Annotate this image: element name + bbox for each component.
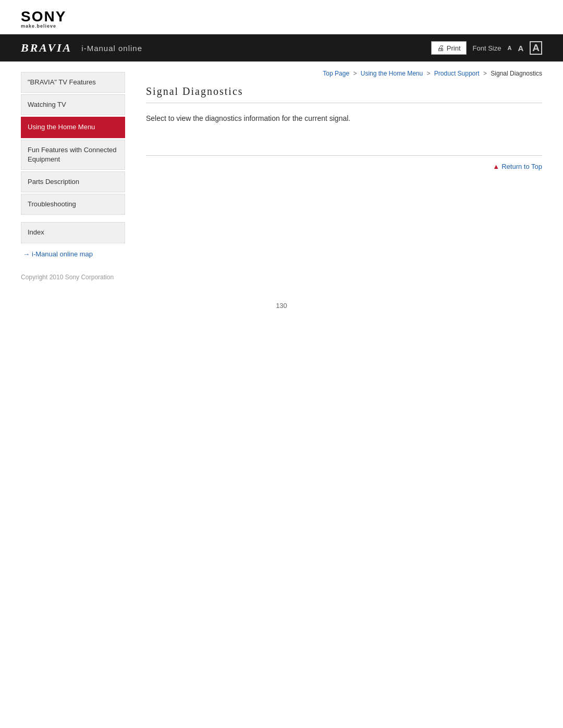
sony-tagline: make.believe [21, 24, 542, 29]
breadcrumb-product-support[interactable]: Product Support [434, 70, 480, 77]
arrow-icon: → [23, 250, 30, 258]
breadcrumb-sep2: > [427, 70, 431, 77]
sidebar-item-fun-features[interactable]: Fun Features with Connected Equipment [21, 140, 125, 170]
page-title: Signal Diagnostics [146, 85, 542, 103]
sidebar-item-parts-description[interactable]: Parts Description [21, 171, 125, 192]
page-description: Select to view the diagnostics informati… [146, 113, 542, 124]
sidebar-item-troubleshooting[interactable]: Troubleshooting [21, 194, 125, 215]
print-button[interactable]: 🖨 Print [431, 41, 467, 55]
page-number: 130 [0, 291, 563, 320]
main-content: Top Page > Using the Home Menu > Product… [136, 61, 542, 263]
sidebar-item-bravia-tv-features[interactable]: "BRAVIA" TV Features [21, 72, 125, 93]
breadcrumb-using-home-menu[interactable]: Using the Home Menu [361, 70, 423, 77]
return-to-top-link[interactable]: ▲Return to Top [493, 163, 542, 170]
breadcrumb-sep1: > [353, 70, 357, 77]
sidebar-item-using-home-menu[interactable]: Using the Home Menu [21, 117, 125, 138]
content-area: "BRAVIA" TV Features Watching TV Using t… [0, 61, 563, 263]
print-icon: 🖨 [437, 44, 444, 52]
sidebar-map-link[interactable]: →i-Manual online map [21, 245, 125, 263]
breadcrumb-current: Signal Diagnostics [491, 70, 542, 77]
sidebar: "BRAVIA" TV Features Watching TV Using t… [21, 61, 136, 263]
sony-logo: SONY make.believe [21, 9, 542, 29]
breadcrumb-sep3: > [483, 70, 487, 77]
bravia-logo: BRAVIA [21, 41, 72, 55]
nav-bar: BRAVIA i-Manual online 🖨 Print Font Size… [0, 34, 563, 61]
font-size-medium-button[interactable]: A [518, 44, 523, 53]
return-top-arrow-icon: ▲ [493, 163, 499, 170]
return-to-top-bar: ▲Return to Top [146, 155, 542, 170]
nav-bar-title: i-Manual online [81, 44, 142, 53]
nav-bar-right: 🖨 Print Font Size A A A [431, 41, 542, 55]
font-size-small-button[interactable]: A [507, 45, 511, 51]
sony-text: SONY [21, 9, 542, 24]
nav-bar-left: BRAVIA i-Manual online [21, 41, 142, 55]
sidebar-item-watching-tv[interactable]: Watching TV [21, 94, 125, 115]
font-size-large-button[interactable]: A [530, 41, 542, 55]
breadcrumb: Top Page > Using the Home Menu > Product… [146, 70, 542, 77]
sidebar-item-index[interactable]: Index [21, 222, 125, 243]
footer: Copyright 2010 Sony Corporation [0, 263, 563, 291]
font-size-label: Font Size [473, 44, 501, 52]
breadcrumb-top-page[interactable]: Top Page [323, 70, 349, 77]
top-bar: SONY make.believe [0, 0, 563, 34]
copyright-text: Copyright 2010 Sony Corporation [21, 274, 114, 281]
